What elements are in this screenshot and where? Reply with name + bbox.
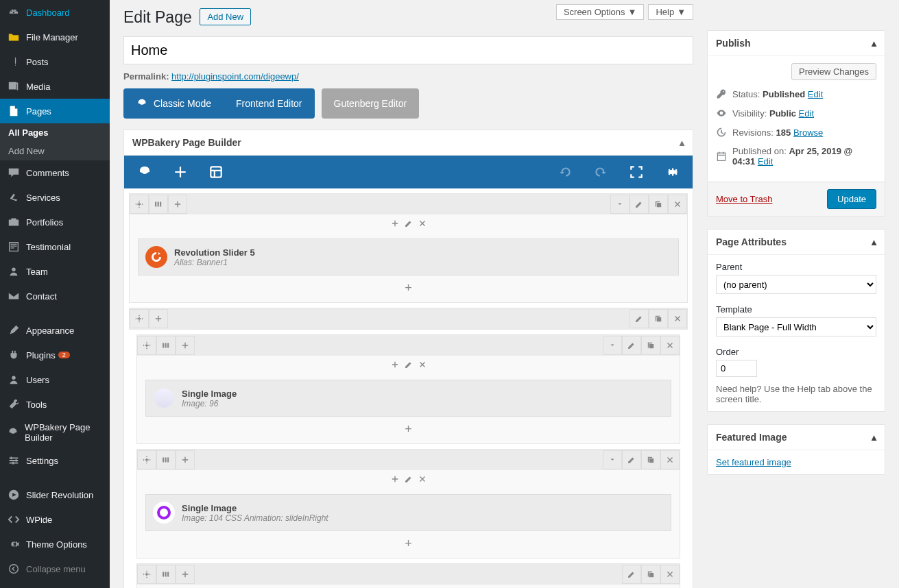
redo-icon[interactable]: [592, 164, 609, 180]
col-edit-icon[interactable]: [404, 360, 413, 369]
row-add-button[interactable]: [176, 565, 195, 584]
row-delete-button[interactable]: [660, 565, 680, 584]
sidebar-item-filemanager[interactable]: File Manager: [0, 25, 110, 49]
sidebar-sub-addnew[interactable]: Add New: [0, 142, 110, 160]
col-edit-icon[interactable]: [404, 219, 413, 228]
row-add-button[interactable]: [176, 336, 195, 355]
row-columns-button[interactable]: [156, 565, 176, 584]
sidebar-item-pages[interactable]: Pages: [0, 99, 110, 123]
classic-mode-tab[interactable]: Classic Mode: [123, 88, 224, 119]
row-move-handle[interactable]: [130, 309, 149, 328]
element-block[interactable]: Single ImageImage: 96: [145, 380, 671, 417]
order-input[interactable]: [716, 360, 757, 377]
column-add-button[interactable]: +: [137, 417, 680, 443]
col-edit-icon[interactable]: [404, 474, 413, 484]
row-columns-button[interactable]: [149, 195, 168, 214]
row-add-button[interactable]: [149, 309, 168, 328]
fullscreen-icon[interactable]: [628, 164, 645, 180]
col-add-icon[interactable]: [390, 474, 400, 484]
panel-collapse-icon[interactable]: ▴: [680, 137, 684, 148]
panel-collapse-icon[interactable]: ▴: [872, 236, 876, 247]
row-dropdown-button[interactable]: [610, 195, 630, 214]
element-block[interactable]: Revolution Slider 5Alias: Banner1: [138, 238, 679, 275]
gutenberg-editor-tab[interactable]: Gutenberg Editor: [322, 88, 420, 119]
frontend-editor-tab[interactable]: Frontend Editor: [224, 88, 315, 119]
row-clone-button[interactable]: [641, 565, 660, 584]
sidebar-item-testimonial[interactable]: Testimonial: [0, 234, 110, 259]
browse-revisions-link[interactable]: Browse: [793, 127, 823, 138]
sidebar-item-services[interactable]: Services: [0, 185, 110, 210]
screen-options-button[interactable]: Screen Options ▼: [556, 4, 644, 20]
row-move-handle[interactable]: [130, 195, 149, 214]
sidebar-item-appearance[interactable]: Appearance: [0, 318, 110, 343]
preview-changes-button[interactable]: Preview Changes: [791, 63, 876, 80]
row-clone-button[interactable]: [649, 309, 668, 328]
row-columns-button[interactable]: [156, 336, 176, 355]
wpbakery-logo-icon[interactable]: [136, 164, 153, 180]
sidebar-item-portfolios[interactable]: Portfolios: [0, 210, 110, 234]
row-delete-button[interactable]: [660, 450, 680, 469]
row-delete-button[interactable]: [660, 336, 680, 355]
edit-date-link[interactable]: Edit: [758, 156, 773, 167]
sidebar-item-themeoptions[interactable]: Theme Options: [0, 532, 110, 556]
sidebar-item-contact[interactable]: Contact: [0, 284, 110, 308]
sidebar-item-users[interactable]: Users: [0, 367, 110, 392]
panel-collapse-icon[interactable]: ▴: [872, 432, 876, 443]
row-edit-button[interactable]: [622, 336, 641, 355]
update-button[interactable]: Update: [827, 189, 876, 209]
row-add-button[interactable]: [168, 195, 187, 214]
row-dropdown-button[interactable]: [603, 336, 622, 355]
row-clone-button[interactable]: [641, 450, 660, 469]
element-block[interactable]: Single ImageImage: 104 CSS Animation: sl…: [145, 494, 671, 531]
row-edit-button[interactable]: [622, 565, 641, 584]
sidebar-sub-allpages[interactable]: All Pages: [0, 123, 110, 142]
undo-icon[interactable]: [557, 164, 573, 180]
template-select[interactable]: Blank Page - Full Width: [716, 317, 876, 336]
row-move-handle[interactable]: [137, 450, 156, 469]
column-add-button[interactable]: +: [137, 531, 680, 558]
settings-gear-icon[interactable]: [664, 164, 680, 180]
col-add-icon[interactable]: [390, 219, 400, 228]
sidebar-item-wpide[interactable]: WPide: [0, 507, 110, 532]
sidebar-item-wpbakery[interactable]: WPBakery Page Builder: [0, 417, 110, 448]
row-edit-button[interactable]: [622, 450, 641, 469]
column-add-button[interactable]: +: [130, 275, 687, 302]
row-delete-button[interactable]: [668, 309, 687, 328]
sidebar-item-slider[interactable]: Slider Revolution: [0, 482, 110, 507]
sidebar-item-media[interactable]: Media: [0, 74, 110, 99]
sidebar-item-settings[interactable]: Settings: [0, 448, 110, 473]
col-delete-icon[interactable]: [418, 474, 427, 484]
move-to-trash-link[interactable]: Move to Trash: [716, 194, 772, 204]
parent-select[interactable]: (no parent): [716, 275, 876, 294]
row-columns-button[interactable]: [156, 450, 176, 469]
sidebar-item-comments[interactable]: Comments: [0, 160, 110, 185]
sidebar-item-collapse[interactable]: Collapse menu: [0, 556, 110, 581]
row-edit-button[interactable]: [630, 309, 649, 328]
row-move-handle[interactable]: [137, 336, 156, 355]
col-delete-icon[interactable]: [418, 219, 427, 228]
template-icon[interactable]: [208, 164, 224, 180]
row-add-button[interactable]: [176, 450, 195, 469]
row-clone-button[interactable]: [649, 195, 668, 214]
panel-collapse-icon[interactable]: ▴: [872, 38, 876, 49]
row-clone-button[interactable]: [641, 336, 660, 355]
row-dropdown-button[interactable]: [603, 450, 622, 469]
help-button[interactable]: Help ▼: [648, 4, 693, 20]
row-edit-button[interactable]: [630, 195, 649, 214]
permalink-url[interactable]: http://pluginspoint.com/digeewp/: [171, 71, 299, 82]
row-move-handle[interactable]: [137, 565, 156, 584]
add-element-icon[interactable]: [172, 164, 189, 180]
col-add-icon[interactable]: [390, 360, 400, 369]
edit-visibility-link[interactable]: Edit: [799, 108, 814, 119]
sidebar-item-dashboard[interactable]: Dashboard: [0, 0, 110, 25]
sidebar-item-posts[interactable]: Posts: [0, 49, 110, 74]
post-title-input[interactable]: [123, 36, 693, 64]
add-new-button[interactable]: Add New: [200, 8, 251, 25]
sidebar-item-team[interactable]: Team: [0, 259, 110, 284]
sidebar-item-plugins[interactable]: Plugins2: [0, 343, 110, 367]
row-delete-button[interactable]: [668, 195, 687, 214]
sidebar-item-tools[interactable]: Tools: [0, 392, 110, 417]
set-featured-image-link[interactable]: Set featured image: [716, 457, 791, 467]
edit-status-link[interactable]: Edit: [808, 89, 823, 99]
col-delete-icon[interactable]: [418, 360, 427, 369]
